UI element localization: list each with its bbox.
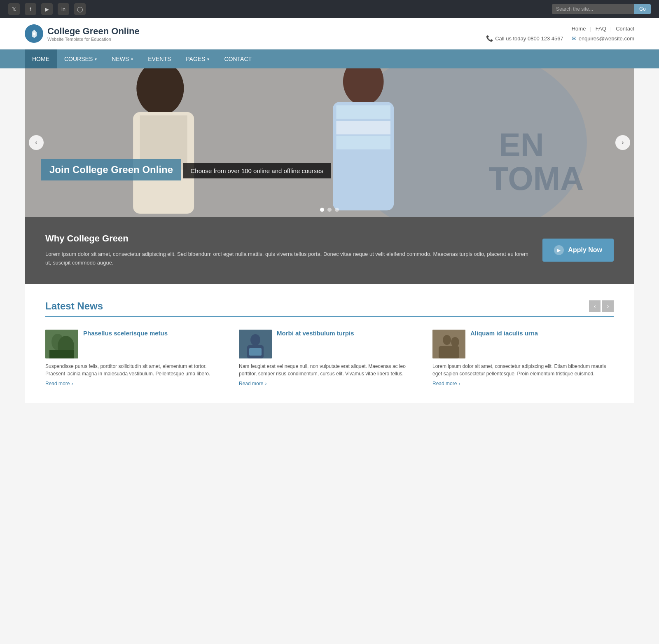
svg-rect-13 bbox=[336, 136, 390, 150]
hero-next-button[interactable]: › bbox=[615, 135, 630, 150]
news-thumb-2 bbox=[239, 330, 272, 358]
news-prev-button[interactable]: ‹ bbox=[589, 300, 601, 312]
news-next-button[interactable]: › bbox=[602, 300, 614, 312]
news-thumb-3 bbox=[432, 330, 465, 358]
phone-label: Call us today 0800 123 4567 bbox=[495, 35, 563, 42]
svg-point-23 bbox=[443, 335, 451, 345]
hero-subtitle: Choose from over 100 online and offline … bbox=[183, 163, 331, 178]
hero-dot-1[interactable] bbox=[320, 208, 324, 212]
why-content: Why College Green Lorem ipsum dolor sit … bbox=[45, 233, 530, 267]
news-item-2-readmore[interactable]: Read more › bbox=[239, 381, 420, 386]
chevron-right-icon: › bbox=[71, 381, 73, 386]
site-subtitle: Website Template for Education bbox=[47, 37, 140, 42]
logo-area: College Green Online Website Template fo… bbox=[25, 24, 140, 43]
logo-text: College Green Online Website Template fo… bbox=[47, 26, 140, 42]
x-icon[interactable]: 𝕏 bbox=[8, 3, 20, 15]
news-item-1: Phasellus scelerisque metus Suspendisse … bbox=[45, 330, 227, 386]
main-nav: HOME COURSES ▾ NEWS ▾ EVENTS PAGES ▾ CON… bbox=[0, 49, 659, 68]
hero-slider: EN TOMA Join College Green Online Choose… bbox=[25, 68, 634, 217]
why-section: Why College Green Lorem ipsum dolor sit … bbox=[25, 217, 634, 284]
header-right: Home | FAQ | Contact 📞 Call us today 080… bbox=[486, 26, 634, 42]
instagram-icon[interactable]: ◯ bbox=[74, 3, 86, 15]
news-header: Latest News ‹ › bbox=[45, 300, 614, 317]
svg-point-19 bbox=[250, 334, 260, 346]
news-item-1-text: Suspendisse purus felis, porttitor solli… bbox=[45, 363, 227, 377]
news-item-1-readmore[interactable]: Read more › bbox=[45, 381, 227, 386]
hero-dot-2[interactable] bbox=[327, 208, 332, 212]
svg-point-0 bbox=[33, 33, 35, 35]
nav-item-home[interactable]: HOME bbox=[25, 49, 57, 68]
news-item-3: Aliquam id iaculis urna Lorem ipsum dolo… bbox=[432, 330, 614, 386]
facebook-icon[interactable]: f bbox=[25, 3, 36, 15]
apply-btn-label: Apply Now bbox=[568, 246, 602, 254]
pages-arrow-icon: ▾ bbox=[207, 57, 209, 61]
hero-image: EN TOMA bbox=[25, 68, 634, 217]
header-nav: Home | FAQ | Contact bbox=[486, 26, 634, 32]
news-item-1-title[interactable]: Phasellus scelerisque metus bbox=[83, 330, 168, 337]
search-input[interactable] bbox=[552, 4, 634, 14]
hero-title: Join College Green Online bbox=[41, 159, 181, 180]
nav-item-pages[interactable]: PAGES ▾ bbox=[178, 49, 217, 68]
news-navigation: ‹ › bbox=[589, 300, 614, 312]
hero-dot-3[interactable] bbox=[335, 208, 339, 212]
svg-rect-21 bbox=[249, 348, 262, 356]
phone-icon: 📞 bbox=[486, 35, 493, 42]
news-item-2-text: Nam feugiat erat vel neque null, non vul… bbox=[239, 363, 420, 377]
news-item-3-text: Lorem ipsum dolor sit amet, consectetur … bbox=[432, 363, 614, 377]
hero-content: Join College Green Online Choose from ov… bbox=[41, 159, 331, 184]
svg-text:TOMA: TOMA bbox=[488, 161, 584, 197]
header-faq-link[interactable]: FAQ bbox=[596, 26, 606, 32]
why-title: Why College Green bbox=[45, 233, 530, 244]
why-text: Lorem ipsum dolor sit amet, consectetur … bbox=[45, 250, 530, 267]
nav-item-courses[interactable]: COURSES ▾ bbox=[57, 49, 104, 68]
social-icons: 𝕏 f ▶ in ◯ bbox=[8, 3, 86, 15]
logo-icon bbox=[25, 24, 43, 43]
svg-rect-25 bbox=[439, 346, 459, 358]
email-info: ✉ enquires@website.com bbox=[572, 35, 634, 42]
news-item-2: Morbi at vestibulum turpis Nam feugiat e… bbox=[239, 330, 420, 386]
svg-text:EN: EN bbox=[499, 127, 544, 163]
linkedin-icon[interactable]: in bbox=[58, 3, 69, 15]
news-section: Latest News ‹ › Phasellus scelerisque me… bbox=[25, 284, 634, 403]
svg-rect-11 bbox=[336, 105, 390, 119]
courses-arrow-icon: ▾ bbox=[95, 57, 97, 61]
hero-prev-button[interactable]: ‹ bbox=[29, 135, 44, 150]
svg-point-24 bbox=[451, 337, 459, 347]
chevron-right-icon-3: › bbox=[458, 381, 460, 386]
site-header: College Green Online Website Template fo… bbox=[0, 18, 659, 49]
top-bar: 𝕏 f ▶ in ◯ Go bbox=[0, 0, 659, 18]
youtube-icon[interactable]: ▶ bbox=[41, 3, 53, 15]
news-item-3-readmore[interactable]: Read more › bbox=[432, 381, 614, 386]
phone-info: 📞 Call us today 0800 123 4567 bbox=[486, 35, 563, 42]
apply-now-button[interactable]: ▶ Apply Now bbox=[542, 239, 614, 262]
chevron-right-icon-2: › bbox=[265, 381, 266, 386]
svg-rect-17 bbox=[49, 350, 74, 358]
news-arrow-icon: ▾ bbox=[131, 57, 133, 61]
header-home-link[interactable]: Home bbox=[572, 26, 586, 32]
search-button[interactable]: Go bbox=[634, 4, 651, 14]
search-form: Go bbox=[552, 4, 651, 14]
news-thumb-1 bbox=[45, 330, 78, 358]
hero-dots bbox=[320, 208, 339, 212]
news-item-3-title[interactable]: Aliquam id iaculis urna bbox=[470, 330, 538, 337]
email-label: enquires@website.com bbox=[579, 35, 634, 42]
svg-rect-12 bbox=[336, 121, 390, 134]
nav-item-contact[interactable]: CONTACT bbox=[217, 49, 259, 68]
email-icon: ✉ bbox=[572, 35, 577, 42]
news-item-2-title[interactable]: Morbi at vestibulum turpis bbox=[277, 330, 354, 337]
news-section-title: Latest News bbox=[45, 300, 103, 312]
nav-item-news[interactable]: NEWS ▾ bbox=[104, 49, 140, 68]
header-contact-link[interactable]: Contact bbox=[616, 26, 634, 32]
nav-item-events[interactable]: EVENTS bbox=[140, 49, 178, 68]
site-title: College Green Online bbox=[47, 26, 140, 37]
play-icon: ▶ bbox=[554, 245, 564, 255]
news-grid: Phasellus scelerisque metus Suspendisse … bbox=[45, 330, 614, 386]
contact-info: 📞 Call us today 0800 123 4567 ✉ enquires… bbox=[486, 35, 634, 42]
